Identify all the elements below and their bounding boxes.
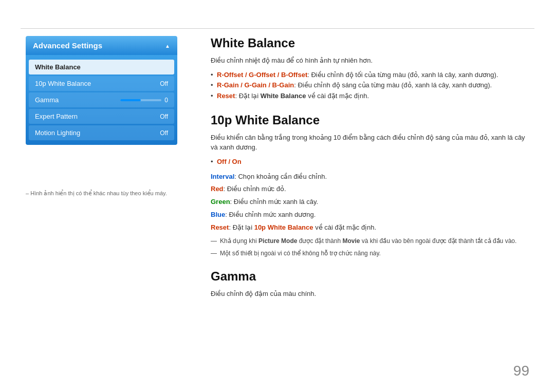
sidebar-item-expert-pattern[interactable]: Expert Pattern Off [29, 109, 174, 124]
section-desc-white-balance: Điều chỉnh nhiệt độ màu để có hình ảnh t… [211, 55, 529, 66]
section-title-10p: 10p White Balance [211, 113, 529, 127]
interval-label: Interval [211, 173, 234, 180]
sidebar-item-label: 10p White Balance [35, 80, 91, 87]
reset-10p-bold: 10p White Balance [254, 223, 313, 231]
green-normal: : Điều chỉnh mức xanh lá cây. [230, 198, 319, 206]
bullet-offset-normal: : Điều chỉnh độ tối của từng màu (đỏ, xa… [307, 71, 498, 79]
sidebar-item-motion-lighting[interactable]: Motion Lighting Off [29, 125, 174, 140]
bullet-reset-red: Reset [217, 92, 235, 100]
section-desc-10p: Điều khiển cân bằng trắng trong khoảng 1… [211, 133, 529, 153]
bullet-gain: R-Gain / G-Gain / B-Gain: Điều chỉnh độ … [211, 80, 529, 91]
bullet-offon: Off / On [211, 157, 529, 167]
section-desc-gamma: Điều chỉnh độ đậm của màu chính. [211, 289, 529, 299]
note-text-2: Một số thiết bị ngoài vi có thể không hỗ… [220, 250, 381, 257]
bullet-reset: Reset: Đặt lại White Balance về cài đặt … [211, 91, 529, 102]
section-10p-white-balance: 10p White Balance Điều khiển cân bằng tr… [211, 113, 529, 258]
sidebar-item-value: Off [160, 113, 168, 120]
reset-10p-normal: : Đặt lại [229, 223, 254, 231]
reset-10p-red: Reset [211, 223, 229, 231]
green-label: Green [211, 198, 230, 206]
section-white-balance: White Balance Điều chỉnh nhiệt độ màu để… [211, 36, 529, 102]
red-label: Red [211, 185, 224, 193]
section-title-gamma: Gamma [211, 269, 529, 284]
red-normal: : Điều chỉnh mức đỏ. [224, 185, 286, 193]
picture-mode-bold: Picture Mode [258, 237, 297, 245]
bullet-gain-normal: : Điều chỉnh độ sáng của từng màu (đỏ, x… [294, 81, 492, 89]
bullet-reset-bold: White Balance [261, 92, 306, 100]
gamma-slider-fill [120, 99, 141, 101]
top-divider [21, 28, 534, 29]
bullet-offset-red: R-Offset / G-Offset / B-Offset [217, 71, 307, 79]
note-line-1: Khả dụng khi Picture Mode được đặt thành… [211, 236, 529, 246]
sidebar-item-10p-white-balance[interactable]: 10p White Balance Off [29, 76, 174, 91]
note-line-2: Một số thiết bị ngoài vi có thể không hỗ… [211, 249, 529, 258]
bullet-reset-end: về cài đặt mặc định. [306, 92, 369, 100]
sidebar-note: Hình ảnh hiển thị có thể khác nhau tùy t… [26, 190, 177, 197]
bullet-gain-red: R-Gain / G-Gain / B-Gain [217, 81, 294, 89]
green-line: Green: Điều chỉnh mức xanh lá cây. [211, 197, 529, 208]
sidebar-item-label: Motion Lighting [35, 129, 80, 137]
bullet-reset-normal: : Đặt lại [235, 92, 260, 100]
reset-10p-end: về cài đặt mặc định. [313, 223, 377, 231]
sidebar-item-white-balance[interactable]: White Balance [29, 60, 174, 74]
sidebar-item-label: Gamma [35, 96, 59, 104]
sidebar-items-container: White Balance 10p White Balance Off Gamm… [26, 55, 177, 145]
red-line: Red: Điều chỉnh mức đỏ. [211, 184, 529, 195]
sidebar-title: Advanced Settings [26, 36, 177, 55]
section-title-white-balance: White Balance [211, 36, 529, 50]
section-gamma: Gamma Điều chỉnh độ đậm của màu chính. [211, 269, 529, 299]
sidebar-item-gamma[interactable]: Gamma 0 [29, 92, 174, 107]
blue-normal: : Điều chỉnh mức xanh dương. [225, 211, 316, 218]
interval-normal: : Chọn khoảng cần điều chỉnh. [234, 173, 327, 180]
sidebar-panel: Advanced Settings White Balance 10p Whit… [26, 36, 177, 145]
bullet-offon-text: Off / On [217, 158, 242, 165]
sidebar-item-value: Off [160, 80, 168, 87]
sidebar-item-label: Expert Pattern [35, 113, 78, 120]
main-content: White Balance Điều chỉnh nhiệt độ màu để… [211, 36, 529, 303]
sidebar-item-value: Off [160, 129, 168, 137]
10p-bullets: Off / On [211, 157, 529, 167]
note-text-1: Khả dụng khi Picture Mode được đặt thành… [220, 237, 516, 245]
gamma-value: 0 [164, 97, 168, 104]
blue-line: Blue: Điều chỉnh mức xanh dương. [211, 210, 529, 220]
bullet-offset: R-Offset / G-Offset / B-Offset: Điều chỉ… [211, 70, 529, 81]
interval-line: Interval: Chọn khoảng cần điều chỉnh. [211, 172, 529, 182]
white-balance-bullets: R-Offset / G-Offset / B-Offset: Điều chỉ… [211, 70, 529, 102]
blue-label: Blue [211, 211, 225, 218]
page-number: 99 [513, 363, 529, 379]
movie-bold: Movie [342, 237, 360, 245]
sidebar-item-label: White Balance [35, 63, 81, 71]
gamma-slider-track [120, 99, 161, 101]
gamma-slider-container: 0 [120, 97, 168, 104]
reset-10p-line: Reset: Đặt lại 10p White Balance về cài … [211, 222, 529, 233]
